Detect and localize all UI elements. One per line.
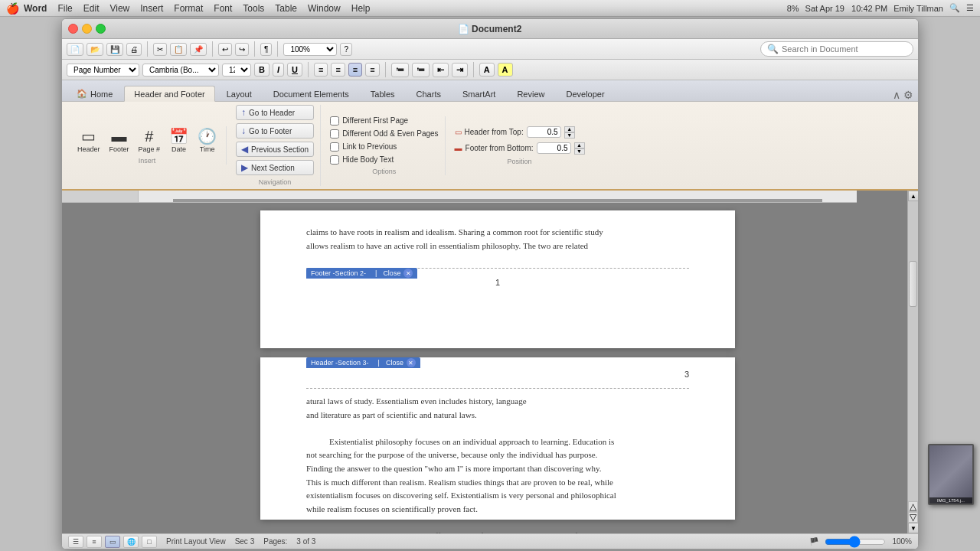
hide-body-text-checkbox[interactable] bbox=[330, 155, 339, 165]
view-outline-btn[interactable]: ≡ bbox=[87, 536, 102, 548]
save-button[interactable]: 💾 bbox=[106, 43, 123, 56]
menu-file[interactable]: File bbox=[57, 3, 72, 14]
font-size-select[interactable]: 12 bbox=[222, 64, 251, 77]
align-left-button[interactable]: ≡ bbox=[314, 63, 328, 77]
menu-window[interactable]: Window bbox=[308, 3, 341, 14]
tab-charts[interactable]: Charts bbox=[407, 86, 451, 101]
next-section-button[interactable]: ▶ Next Section bbox=[236, 160, 314, 175]
tab-document-elements[interactable]: Document Elements bbox=[263, 86, 359, 101]
different-first-page-option[interactable]: Different First Page bbox=[330, 116, 438, 126]
time-button[interactable]: 🕐 Time bbox=[194, 126, 220, 155]
ribbon-content: ▭ Header ▬ Footer # Page # 📅 Date 🕐 bbox=[62, 102, 918, 191]
tab-review[interactable]: Review bbox=[507, 86, 554, 101]
document-scroll-area[interactable]: claims to have roots in realism and idea… bbox=[139, 203, 857, 533]
os-menubar: 🍎 Word File Edit View Insert Format Font… bbox=[0, 0, 980, 17]
status-bar: ☰ ≡ ▭ 🌐 □ Print Layout View Sec 3 Pages:… bbox=[62, 533, 918, 549]
menu-help[interactable]: Help bbox=[351, 3, 371, 14]
view-focus-btn[interactable]: □ bbox=[142, 536, 157, 548]
link-to-previous-checkbox[interactable] bbox=[330, 142, 339, 152]
tab-home[interactable]: 🏠 Home bbox=[67, 85, 122, 101]
scrollbar-page-down[interactable]: ▽ bbox=[908, 512, 918, 523]
menu-tools[interactable]: Tools bbox=[243, 3, 264, 14]
tab-smartart[interactable]: SmartArt bbox=[452, 86, 505, 101]
new-button[interactable]: 📄 bbox=[67, 43, 83, 56]
view-print-btn[interactable]: ▭ bbox=[105, 536, 120, 548]
footer-close-button[interactable]: ✕ bbox=[403, 269, 413, 278]
zoom-select[interactable]: 100% bbox=[283, 43, 337, 56]
tab-header-footer[interactable]: Header and Footer bbox=[124, 86, 214, 102]
menu-insert[interactable]: Insert bbox=[140, 3, 163, 14]
redo-button[interactable]: ↪ bbox=[235, 43, 249, 56]
minimize-button[interactable] bbox=[82, 24, 92, 34]
align-justify-button[interactable]: ≡ bbox=[348, 63, 362, 77]
menu-font[interactable]: Font bbox=[214, 3, 232, 14]
cut-button[interactable]: ✂ bbox=[153, 43, 167, 56]
menu-view[interactable]: View bbox=[109, 3, 129, 14]
style-select[interactable]: Page Number bbox=[67, 64, 139, 77]
tab-tables[interactable]: Tables bbox=[361, 86, 405, 101]
underline-button[interactable]: U bbox=[287, 63, 302, 77]
page-number-button[interactable]: # Page # bbox=[136, 126, 164, 155]
header-button[interactable]: ▭ Header bbox=[74, 126, 103, 155]
tab-layout[interactable]: Layout bbox=[217, 86, 262, 101]
maximize-button[interactable] bbox=[96, 24, 106, 34]
different-odd-even-checkbox[interactable] bbox=[330, 129, 339, 139]
different-first-page-checkbox[interactable] bbox=[330, 116, 339, 126]
bold-button[interactable]: B bbox=[254, 63, 270, 77]
ribbon-settings-icon[interactable]: ⚙ bbox=[903, 89, 913, 101]
menu-format[interactable]: Format bbox=[174, 3, 203, 14]
prev-section-button[interactable]: ◀ Previous Section bbox=[236, 142, 314, 157]
help-button[interactable]: ? bbox=[340, 43, 352, 56]
show-para-button[interactable]: ¶ bbox=[260, 43, 272, 56]
different-odd-even-option[interactable]: Different Odd & Even Pages bbox=[330, 129, 438, 139]
paste-button[interactable]: 📌 bbox=[190, 43, 207, 56]
increase-indent-button[interactable]: ⇥ bbox=[452, 63, 468, 77]
text-color-button[interactable]: A bbox=[479, 63, 495, 77]
view-list-btn[interactable]: ☰ bbox=[68, 536, 83, 548]
header-from-top-input[interactable] bbox=[527, 126, 561, 138]
font-select[interactable]: Cambria (Bo... bbox=[142, 64, 219, 77]
decrease-indent-button[interactable]: ⇤ bbox=[433, 63, 449, 77]
search-input[interactable] bbox=[782, 44, 906, 54]
ribbon-tabs: 🏠 Home Header and Footer Layout Document… bbox=[62, 80, 918, 102]
scrollbar-down-button[interactable]: ▼ bbox=[908, 523, 918, 533]
scrollbar-up-button[interactable]: ▲ bbox=[908, 191, 918, 201]
hide-body-text-option[interactable]: Hide Body Text bbox=[330, 155, 438, 165]
menu-word[interactable]: Word bbox=[24, 3, 47, 14]
undo-button[interactable]: ↩ bbox=[218, 43, 232, 56]
align-center-button[interactable]: ≡ bbox=[331, 63, 345, 77]
header-top-down[interactable]: ▼ bbox=[564, 132, 575, 139]
ribbon-collapse-icon[interactable]: ∧ bbox=[893, 89, 900, 101]
date-button[interactable]: 📅 Date bbox=[166, 126, 191, 155]
zoom-slider[interactable] bbox=[825, 536, 886, 548]
go-to-footer-button[interactable]: ↓ Go to Footer bbox=[236, 123, 314, 139]
close-button[interactable] bbox=[68, 24, 78, 34]
footer-from-bottom-input[interactable] bbox=[537, 142, 571, 154]
scrollbar-track[interactable] bbox=[908, 201, 918, 501]
go-to-header-button[interactable]: ↑ Go to Header bbox=[236, 105, 314, 120]
align-right-button[interactable]: ≡ bbox=[365, 63, 379, 77]
link-to-previous-option[interactable]: Link to Previous bbox=[330, 142, 438, 152]
scrollbar-thumb[interactable] bbox=[909, 261, 917, 307]
print-button[interactable]: 🖨 bbox=[126, 43, 142, 56]
italic-button[interactable]: I bbox=[273, 63, 284, 77]
thumbnail-widget[interactable]: IMG_1754.j... bbox=[928, 444, 974, 505]
scrollbar-page-up[interactable]: △ bbox=[908, 501, 918, 512]
spotlight-icon[interactable]: 🔍 bbox=[949, 3, 960, 13]
bullet-list-button[interactable]: ≔ bbox=[391, 63, 409, 77]
menu-table[interactable]: Table bbox=[275, 3, 297, 14]
header-close-button[interactable]: ✕ bbox=[407, 358, 416, 367]
menu-extras-icon[interactable]: ☰ bbox=[966, 3, 974, 13]
view-web-btn[interactable]: 🌐 bbox=[123, 536, 139, 548]
apple-menu[interactable]: 🍎 bbox=[6, 2, 19, 15]
footer-bottom-up[interactable]: ▲ bbox=[574, 142, 585, 148]
numbered-list-button[interactable]: ≔ bbox=[412, 63, 430, 77]
header-top-up[interactable]: ▲ bbox=[564, 126, 575, 132]
copy-button[interactable]: 📋 bbox=[170, 43, 187, 56]
tab-developer[interactable]: Developer bbox=[556, 86, 614, 101]
menu-edit[interactable]: Edit bbox=[83, 3, 100, 14]
open-button[interactable]: 📂 bbox=[87, 43, 103, 56]
footer-bottom-down[interactable]: ▼ bbox=[574, 148, 585, 155]
highlight-button[interactable]: A bbox=[498, 63, 513, 77]
footer-button[interactable]: ▬ Footer bbox=[106, 126, 132, 155]
